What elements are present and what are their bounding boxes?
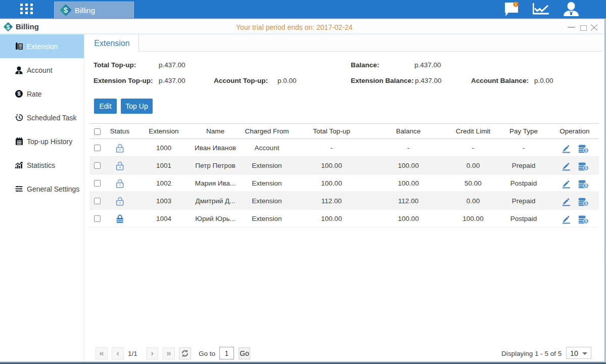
svg-text:!: ! xyxy=(515,2,517,7)
svg-text:$: $ xyxy=(64,6,68,14)
svg-text:$: $ xyxy=(17,90,20,97)
svg-text:$: $ xyxy=(7,24,10,31)
